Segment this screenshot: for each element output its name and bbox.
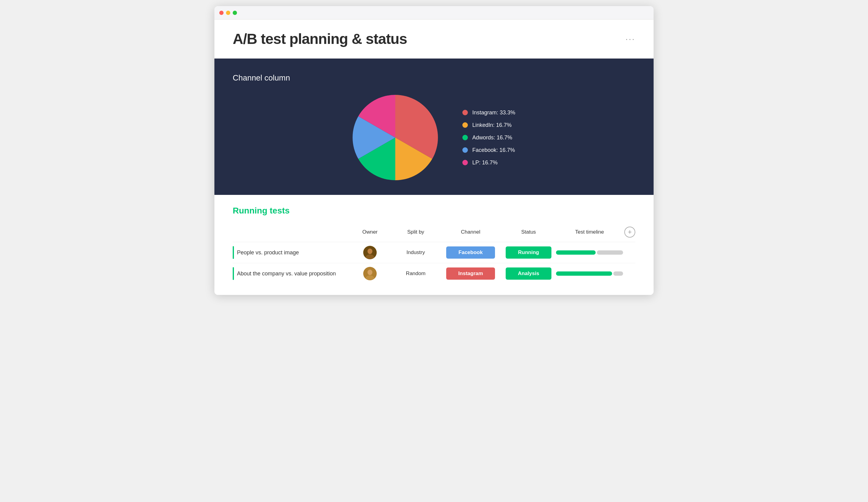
owner-cell-2	[349, 267, 391, 280]
chart-legend: Instagram: 33.3% LinkedIn: 16.7% Adwords…	[462, 110, 515, 166]
legend-item-lp: LP: 16.7%	[462, 160, 515, 166]
table-header: Owner Split by Channel Status Test timel…	[233, 224, 635, 242]
legend-item-instagram: Instagram: 33.3%	[462, 110, 515, 116]
channel-badge-1[interactable]: Facebook	[446, 246, 495, 259]
avatar-svg-2	[363, 267, 377, 280]
col-header-test-timeline: Test timeline	[556, 229, 623, 235]
legend-label-adwords: Adwords: 16.7%	[472, 134, 512, 141]
row-bar-1	[233, 246, 234, 259]
table-row: About the company vs. value proposition …	[233, 263, 635, 284]
avatar-svg-1	[363, 246, 377, 259]
avatar-2	[363, 267, 377, 280]
legend-dot-facebook	[462, 147, 468, 153]
status-badge-1[interactable]: Running	[506, 246, 551, 259]
legend-label-facebook: Facebook: 16.7%	[472, 147, 515, 153]
row-name-2: About the company vs. value proposition	[233, 267, 349, 280]
status-cell-2: Analysis	[501, 267, 556, 280]
minimize-button[interactable]	[226, 11, 230, 15]
legend-label-instagram: Instagram: 33.3%	[472, 110, 515, 116]
split-by-2: Random	[391, 270, 440, 277]
running-tests-section: Running tests Owner Split by Channel Sta…	[214, 195, 654, 295]
col-header-owner: Owner	[349, 229, 391, 235]
status-badge-2[interactable]: Analysis	[506, 267, 551, 280]
table-row: People vs. product image Industry Facebo…	[233, 242, 635, 263]
row-bar-2	[233, 267, 234, 280]
add-column-button[interactable]: +	[624, 227, 635, 238]
running-tests-title: Running tests	[233, 206, 635, 216]
legend-label-lp: LP: 16.7%	[472, 160, 497, 166]
more-options-button[interactable]: ···	[626, 34, 635, 44]
app-window: A/B test planning & status ··· Channel c…	[214, 6, 654, 295]
owner-cell-1	[349, 246, 391, 259]
pie-chart	[353, 95, 438, 180]
svg-point-4	[368, 269, 372, 275]
legend-item-adwords: Adwords: 16.7%	[462, 134, 515, 141]
svg-point-1	[368, 248, 372, 254]
split-by-1: Industry	[391, 249, 440, 256]
timeline-cell-2	[556, 272, 623, 276]
channel-cell-2: Instagram	[440, 267, 501, 280]
chart-title: Channel column	[233, 73, 635, 83]
chart-section: Channel column	[214, 59, 654, 195]
maximize-button[interactable]	[233, 11, 237, 15]
page-title: A/B test planning & status	[233, 31, 407, 47]
legend-dot-lp	[462, 160, 468, 165]
channel-cell-1: Facebook	[440, 246, 501, 259]
channel-badge-2[interactable]: Instagram	[446, 267, 495, 280]
legend-dot-adwords	[462, 135, 468, 140]
row-name-1: People vs. product image	[233, 246, 349, 259]
page-header: A/B test planning & status ···	[214, 20, 654, 59]
test-name-2: About the company vs. value proposition	[237, 270, 336, 277]
col-header-channel: Channel	[440, 229, 501, 235]
status-cell-1: Running	[501, 246, 556, 259]
legend-dot-linkedin	[462, 122, 468, 128]
close-button[interactable]	[219, 11, 224, 15]
pie-svg	[353, 95, 438, 180]
col-header-split-by: Split by	[391, 229, 440, 235]
timeline-cell-1	[556, 250, 623, 255]
legend-item-linkedin: LinkedIn: 16.7%	[462, 122, 515, 129]
legend-item-facebook: Facebook: 16.7%	[462, 147, 515, 153]
legend-dot-instagram	[462, 110, 468, 115]
avatar-1	[363, 246, 377, 259]
chart-area: Instagram: 33.3% LinkedIn: 16.7% Adwords…	[233, 95, 635, 180]
legend-label-linkedin: LinkedIn: 16.7%	[472, 122, 512, 129]
test-name-1: People vs. product image	[237, 249, 299, 256]
title-bar	[214, 6, 654, 20]
col-header-status: Status	[501, 229, 556, 235]
col-header-add: +	[623, 227, 635, 238]
